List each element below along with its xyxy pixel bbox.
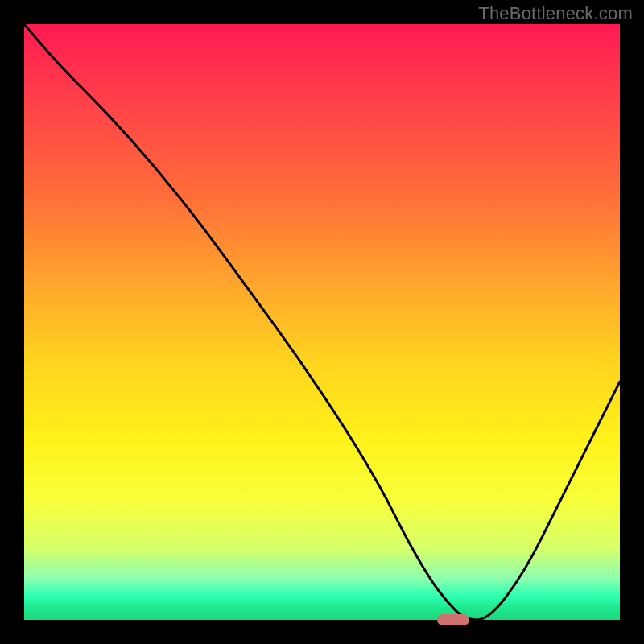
watermark-text: TheBottleneck.com: [478, 3, 633, 24]
target-marker: [437, 614, 469, 626]
chart-frame: TheBottleneck.com: [0, 0, 644, 644]
bottleneck-curve: [24, 24, 620, 620]
